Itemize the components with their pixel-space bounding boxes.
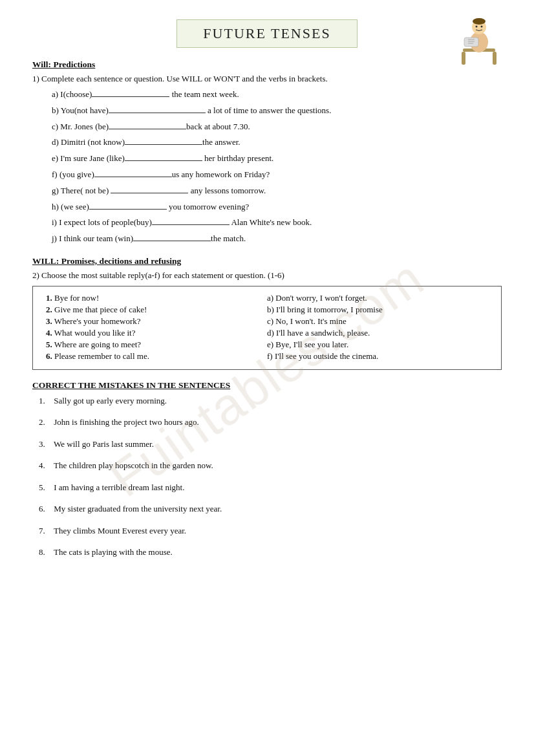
item-letter: i) [52,217,57,227]
item-text: I am having a terrible dream last night. [54,482,184,492]
item-letter: f) [52,169,58,179]
item-text: They climbs Mount Everest every year. [54,526,186,535]
item-num: 6. [46,351,52,361]
item-rest: the match. [211,233,246,243]
item-num: 8. [39,546,52,559]
list-item: b) You(not have) a lot of time to answer… [52,104,502,118]
match-row: 2. Give me that piece of cake! b) I'll b… [43,305,491,315]
item-num: 5. [39,481,52,494]
item-rest: the answer. [202,137,240,147]
item-letter: b) [52,105,59,115]
list-item: a) I(choose) the team next week. [52,88,502,102]
match-row: 1. Bye for now! a) Don't worry, I won't … [43,293,491,303]
match-left: 6. Please remember to call me. [43,351,267,362]
match-right: a) Don't worry, I won't forget. [267,293,491,303]
list-item: g) There( not be) any lessons tomorrow. [52,184,502,198]
item-rest: back at about 7.30. [186,122,250,131]
item-letter: d) [52,137,59,147]
blank-input[interactable] [109,120,186,129]
match-left: 2. Give me that piece of cake! [43,305,267,315]
item-text: Sally got up early every morning. [54,396,167,405]
list-item: c) Mr. Jones (be)back at about 7.30. [52,120,502,134]
item-text: The cats is playing with the mouse. [54,547,173,557]
item-text: We will go Paris last summer. [54,439,154,449]
blank-input[interactable] [152,216,230,225]
match-table: 1. Bye for now! a) Don't worry, I won't … [32,286,502,370]
blank-input[interactable] [125,152,202,161]
item-rest: the team next week. [169,89,239,99]
section1-heading: Will: Predictions [32,59,502,70]
blank-input[interactable] [109,104,206,113]
svg-point-10 [476,26,478,28]
section-will-promises: WILL: Promises, decitions and refusing 2… [32,256,502,370]
item-num: 2. [46,305,52,314]
item-letter: c) [52,122,58,131]
match-right: c) No, I won't. It's mine [267,316,491,327]
item-text: My sister graduated from the university … [54,504,222,513]
item-rest: Alan White's new book. [230,217,312,227]
item-num: 5. [46,340,52,349]
match-row: 4. What would you like it? d) I'll have … [43,328,491,338]
match-right: f) I'll see you outside the cinema. [267,351,491,362]
item-text: Dimitri (not know) [61,137,125,147]
item-rest: her birthday present. [202,153,273,163]
list-item: d) Dimitri (not know)the answer. [52,136,502,149]
item-num: 4. [46,328,52,338]
match-left: 4. What would you like it? [43,328,267,338]
item-num: 1. [46,293,52,303]
list-item: i) I expect lots of people(buy) Alan Whi… [52,216,502,230]
list-item: 8. The cats is playing with the mouse. [39,546,502,559]
match-right: e) Bye, I'll see you later. [267,340,491,350]
match-right: b) I'll bring it tomorrow, I promise [267,305,491,315]
item-rest: a lot of time to answer the questions. [206,105,332,115]
correct-list: 1. Sally got up early every morning. 2. … [39,394,502,559]
list-item: 1. Sally got up early every morning. [39,394,502,407]
item-letter: a) [52,89,58,99]
svg-point-5 [473,18,486,25]
section-will-predictions: Will: Predictions 1) Complete each sente… [32,59,502,246]
blank-input[interactable] [133,232,211,241]
blank-input[interactable] [94,168,172,177]
item-letter: g) [52,186,59,195]
match-right: d) I'll have a sandwich, please. [267,328,491,338]
item-text: There( not be) [61,186,111,195]
svg-rect-6 [464,38,478,47]
blank-input[interactable] [92,88,169,97]
page-title: FUTURE TENSES [176,19,357,48]
match-left: 3. Where's your homework? [43,316,267,327]
list-item: 2. John is finishing the project two hou… [39,416,502,429]
list-item: 7. They climbs Mount Everest every year. [39,524,502,537]
item-text: John is finishing the project two hours … [54,417,199,427]
match-row: 3. Where's your homework? c) No, I won't… [43,316,491,327]
item-text: I think our team (win) [59,233,133,243]
list-item: 6. My sister graduated from the universi… [39,502,502,515]
list-item: h) (we see) you tomorrow evening? [52,200,502,214]
svg-point-11 [481,26,483,28]
section-correct-mistakes: CORRECT THE MISTAKES IN THE SENTENCES 1.… [32,380,502,559]
svg-rect-2 [493,52,497,65]
item-num: 6. [39,502,52,515]
person-illustration [456,13,502,65]
page-header: FUTURE TENSES [32,19,502,48]
item-text: Mr. Jones (be) [60,122,109,131]
blank-input[interactable] [125,136,202,145]
item-num: 3. [46,316,52,326]
item-letter: h) [52,202,59,211]
item-letter: j) [52,233,57,243]
list-item: f) (you give)us any homework on Friday? [52,168,502,182]
item-num: 7. [39,524,52,537]
item-rest: you tomorrow evening? [167,202,249,211]
item-text: I(choose) [60,89,92,99]
blank-input[interactable] [89,200,167,210]
list-item: 5. I am having a terrible dream last nig… [39,481,502,494]
list-item: j) I think our team (win)the match. [52,232,502,246]
item-text: The children play hopscotch in the garde… [54,460,213,470]
item-num: 2. [39,416,52,429]
item-rest: us any homework on Friday? [172,169,270,179]
blank-input[interactable] [111,184,188,193]
item-num: 3. [39,438,52,451]
item-letter: e) [52,153,58,163]
item-text: You(not have) [61,105,109,115]
section1-list: a) I(choose) the team next week. b) You(… [52,88,502,246]
list-item: 3. We will go Paris last summer. [39,438,502,451]
